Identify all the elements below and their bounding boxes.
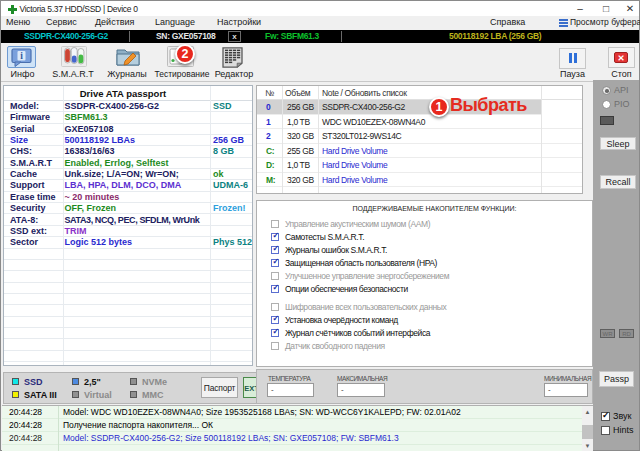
svg-text:i: i [20, 51, 23, 61]
